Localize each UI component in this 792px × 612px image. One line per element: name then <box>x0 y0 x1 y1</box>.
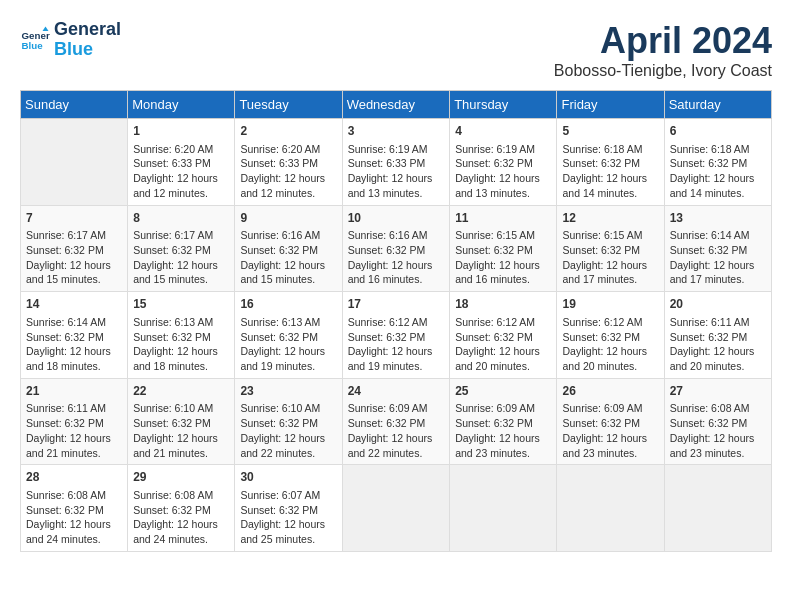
calendar-cell <box>450 465 557 552</box>
day-header-friday: Friday <box>557 91 664 119</box>
day-number: 24 <box>348 383 445 400</box>
week-row-3: 14Sunrise: 6:14 AM Sunset: 6:32 PM Dayli… <box>21 292 772 379</box>
day-number: 12 <box>562 210 658 227</box>
calendar-cell <box>342 465 450 552</box>
calendar-cell: 23Sunrise: 6:10 AM Sunset: 6:32 PM Dayli… <box>235 378 342 465</box>
calendar-cell: 15Sunrise: 6:13 AM Sunset: 6:32 PM Dayli… <box>128 292 235 379</box>
day-info: Sunrise: 6:08 AM Sunset: 6:32 PM Dayligh… <box>670 401 766 460</box>
calendar-header: SundayMondayTuesdayWednesdayThursdayFrid… <box>21 91 772 119</box>
logo-icon: General Blue <box>20 25 50 55</box>
day-info: Sunrise: 6:20 AM Sunset: 6:33 PM Dayligh… <box>240 142 336 201</box>
day-header-tuesday: Tuesday <box>235 91 342 119</box>
calendar-cell: 19Sunrise: 6:12 AM Sunset: 6:32 PM Dayli… <box>557 292 664 379</box>
day-info: Sunrise: 6:20 AM Sunset: 6:33 PM Dayligh… <box>133 142 229 201</box>
day-info: Sunrise: 6:16 AM Sunset: 6:32 PM Dayligh… <box>348 228 445 287</box>
day-info: Sunrise: 6:08 AM Sunset: 6:32 PM Dayligh… <box>26 488 122 547</box>
day-number: 22 <box>133 383 229 400</box>
calendar-cell: 14Sunrise: 6:14 AM Sunset: 6:32 PM Dayli… <box>21 292 128 379</box>
calendar-cell: 13Sunrise: 6:14 AM Sunset: 6:32 PM Dayli… <box>664 205 771 292</box>
calendar-cell: 2Sunrise: 6:20 AM Sunset: 6:33 PM Daylig… <box>235 119 342 206</box>
day-number: 2 <box>240 123 336 140</box>
day-number: 15 <box>133 296 229 313</box>
day-number: 10 <box>348 210 445 227</box>
day-info: Sunrise: 6:12 AM Sunset: 6:32 PM Dayligh… <box>348 315 445 374</box>
day-number: 13 <box>670 210 766 227</box>
day-info: Sunrise: 6:07 AM Sunset: 6:32 PM Dayligh… <box>240 488 336 547</box>
day-header-saturday: Saturday <box>664 91 771 119</box>
day-info: Sunrise: 6:12 AM Sunset: 6:32 PM Dayligh… <box>562 315 658 374</box>
calendar-table: SundayMondayTuesdayWednesdayThursdayFrid… <box>20 90 772 552</box>
day-info: Sunrise: 6:10 AM Sunset: 6:32 PM Dayligh… <box>133 401 229 460</box>
day-info: Sunrise: 6:15 AM Sunset: 6:32 PM Dayligh… <box>455 228 551 287</box>
calendar-cell: 17Sunrise: 6:12 AM Sunset: 6:32 PM Dayli… <box>342 292 450 379</box>
day-number: 29 <box>133 469 229 486</box>
day-header-wednesday: Wednesday <box>342 91 450 119</box>
logo: General Blue General Blue <box>20 20 121 60</box>
day-number: 26 <box>562 383 658 400</box>
calendar-cell <box>664 465 771 552</box>
day-number: 11 <box>455 210 551 227</box>
day-number: 7 <box>26 210 122 227</box>
calendar-cell: 3Sunrise: 6:19 AM Sunset: 6:33 PM Daylig… <box>342 119 450 206</box>
calendar-cell: 6Sunrise: 6:18 AM Sunset: 6:32 PM Daylig… <box>664 119 771 206</box>
calendar-cell: 10Sunrise: 6:16 AM Sunset: 6:32 PM Dayli… <box>342 205 450 292</box>
day-number: 30 <box>240 469 336 486</box>
day-number: 14 <box>26 296 122 313</box>
day-info: Sunrise: 6:19 AM Sunset: 6:32 PM Dayligh… <box>455 142 551 201</box>
day-number: 27 <box>670 383 766 400</box>
calendar-cell: 7Sunrise: 6:17 AM Sunset: 6:32 PM Daylig… <box>21 205 128 292</box>
day-info: Sunrise: 6:11 AM Sunset: 6:32 PM Dayligh… <box>670 315 766 374</box>
day-info: Sunrise: 6:17 AM Sunset: 6:32 PM Dayligh… <box>133 228 229 287</box>
calendar-cell: 22Sunrise: 6:10 AM Sunset: 6:32 PM Dayli… <box>128 378 235 465</box>
day-info: Sunrise: 6:13 AM Sunset: 6:32 PM Dayligh… <box>240 315 336 374</box>
calendar-body: 1Sunrise: 6:20 AM Sunset: 6:33 PM Daylig… <box>21 119 772 552</box>
day-number: 1 <box>133 123 229 140</box>
day-number: 16 <box>240 296 336 313</box>
calendar-cell: 26Sunrise: 6:09 AM Sunset: 6:32 PM Dayli… <box>557 378 664 465</box>
calendar-cell: 29Sunrise: 6:08 AM Sunset: 6:32 PM Dayli… <box>128 465 235 552</box>
svg-text:Blue: Blue <box>22 40 44 51</box>
location-title: Bobosso-Tienigbe, Ivory Coast <box>554 62 772 80</box>
day-info: Sunrise: 6:09 AM Sunset: 6:32 PM Dayligh… <box>562 401 658 460</box>
day-number: 9 <box>240 210 336 227</box>
calendar-cell: 18Sunrise: 6:12 AM Sunset: 6:32 PM Dayli… <box>450 292 557 379</box>
calendar-cell: 21Sunrise: 6:11 AM Sunset: 6:32 PM Dayli… <box>21 378 128 465</box>
day-info: Sunrise: 6:11 AM Sunset: 6:32 PM Dayligh… <box>26 401 122 460</box>
calendar-cell: 27Sunrise: 6:08 AM Sunset: 6:32 PM Dayli… <box>664 378 771 465</box>
day-number: 6 <box>670 123 766 140</box>
calendar-cell: 20Sunrise: 6:11 AM Sunset: 6:32 PM Dayli… <box>664 292 771 379</box>
week-row-4: 21Sunrise: 6:11 AM Sunset: 6:32 PM Dayli… <box>21 378 772 465</box>
day-number: 4 <box>455 123 551 140</box>
day-number: 28 <box>26 469 122 486</box>
day-number: 5 <box>562 123 658 140</box>
day-header-sunday: Sunday <box>21 91 128 119</box>
calendar-cell: 12Sunrise: 6:15 AM Sunset: 6:32 PM Dayli… <box>557 205 664 292</box>
day-number: 19 <box>562 296 658 313</box>
calendar-cell: 9Sunrise: 6:16 AM Sunset: 6:32 PM Daylig… <box>235 205 342 292</box>
day-info: Sunrise: 6:17 AM Sunset: 6:32 PM Dayligh… <box>26 228 122 287</box>
logo-text: General Blue <box>54 20 121 60</box>
day-number: 17 <box>348 296 445 313</box>
day-header-thursday: Thursday <box>450 91 557 119</box>
day-number: 18 <box>455 296 551 313</box>
calendar-cell: 28Sunrise: 6:08 AM Sunset: 6:32 PM Dayli… <box>21 465 128 552</box>
day-info: Sunrise: 6:08 AM Sunset: 6:32 PM Dayligh… <box>133 488 229 547</box>
calendar-cell: 11Sunrise: 6:15 AM Sunset: 6:32 PM Dayli… <box>450 205 557 292</box>
svg-text:General: General <box>22 29 51 40</box>
day-number: 3 <box>348 123 445 140</box>
calendar-cell: 5Sunrise: 6:18 AM Sunset: 6:32 PM Daylig… <box>557 119 664 206</box>
day-number: 25 <box>455 383 551 400</box>
calendar-cell: 4Sunrise: 6:19 AM Sunset: 6:32 PM Daylig… <box>450 119 557 206</box>
header-row: SundayMondayTuesdayWednesdayThursdayFrid… <box>21 91 772 119</box>
day-info: Sunrise: 6:18 AM Sunset: 6:32 PM Dayligh… <box>562 142 658 201</box>
day-info: Sunrise: 6:14 AM Sunset: 6:32 PM Dayligh… <box>670 228 766 287</box>
day-number: 21 <box>26 383 122 400</box>
day-number: 23 <box>240 383 336 400</box>
month-title: April 2024 <box>554 20 772 62</box>
day-info: Sunrise: 6:10 AM Sunset: 6:32 PM Dayligh… <box>240 401 336 460</box>
calendar-cell: 8Sunrise: 6:17 AM Sunset: 6:32 PM Daylig… <box>128 205 235 292</box>
week-row-5: 28Sunrise: 6:08 AM Sunset: 6:32 PM Dayli… <box>21 465 772 552</box>
day-number: 8 <box>133 210 229 227</box>
day-info: Sunrise: 6:12 AM Sunset: 6:32 PM Dayligh… <box>455 315 551 374</box>
calendar-cell: 1Sunrise: 6:20 AM Sunset: 6:33 PM Daylig… <box>128 119 235 206</box>
